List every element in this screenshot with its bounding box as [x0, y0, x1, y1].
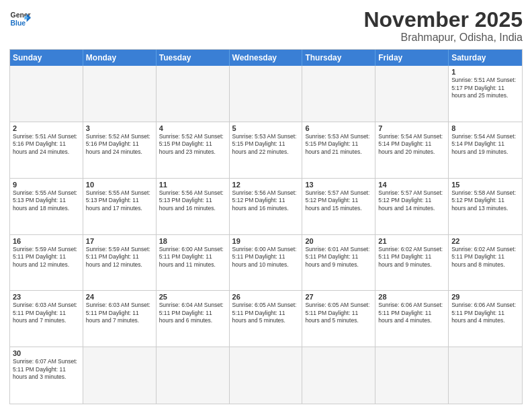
day-cell-11: 11Sunrise: 5:56 AM Sunset: 5:13 PM Dayli…: [157, 179, 230, 235]
svg-text:Blue: Blue: [11, 19, 26, 27]
cell-info: Sunrise: 5:51 AM Sunset: 5:17 PM Dayligh…: [451, 77, 519, 99]
day-cell-16: 16Sunrise: 5:59 AM Sunset: 5:11 PM Dayli…: [10, 235, 83, 291]
cell-date: 21: [378, 237, 445, 245]
day-cell-21: 21Sunrise: 6:02 AM Sunset: 5:11 PM Dayli…: [375, 235, 449, 291]
cell-info: Sunrise: 5:57 AM Sunset: 5:12 PM Dayligh…: [305, 189, 372, 212]
empty-cell: [10, 66, 83, 122]
day-cell-9: 9Sunrise: 5:55 AM Sunset: 5:13 PM Daylig…: [10, 179, 83, 235]
logo-icon: General Blue: [9, 8, 31, 30]
calendar: SundayMondayTuesdayWednesdayThursdayFrid…: [9, 49, 523, 404]
cell-info: Sunrise: 5:52 AM Sunset: 5:15 PM Dayligh…: [159, 133, 226, 156]
day-cell-14: 14Sunrise: 5:57 AM Sunset: 5:12 PM Dayli…: [375, 179, 449, 235]
day-header-monday: Monday: [83, 50, 157, 66]
day-cell-7: 7Sunrise: 5:54 AM Sunset: 5:14 PM Daylig…: [375, 122, 449, 179]
empty-cell: [375, 66, 449, 122]
day-cell-1: 1Sunrise: 5:51 AM Sunset: 5:17 PM Daylig…: [449, 66, 522, 122]
cell-info: Sunrise: 6:06 AM Sunset: 5:11 PM Dayligh…: [451, 302, 519, 324]
cell-date: 28: [378, 293, 445, 301]
calendar-grid: 1Sunrise: 5:51 AM Sunset: 5:17 PM Daylig…: [10, 66, 522, 404]
cell-date: 13: [305, 181, 372, 189]
day-cell-6: 6Sunrise: 5:53 AM Sunset: 5:15 PM Daylig…: [302, 122, 375, 179]
day-header-thursday: Thursday: [302, 50, 375, 66]
day-cell-13: 13Sunrise: 5:57 AM Sunset: 5:12 PM Dayli…: [302, 179, 375, 235]
cell-info: Sunrise: 6:01 AM Sunset: 5:11 PM Dayligh…: [305, 246, 372, 269]
day-cell-29: 29Sunrise: 6:06 AM Sunset: 5:11 PM Dayli…: [449, 291, 522, 347]
cell-date: 25: [159, 293, 226, 301]
day-header-sunday: Sunday: [10, 50, 83, 66]
day-header-wednesday: Wednesday: [230, 50, 303, 66]
empty-cell: [83, 347, 157, 404]
cell-info: Sunrise: 6:06 AM Sunset: 5:11 PM Dayligh…: [378, 302, 445, 324]
empty-cell: [302, 347, 375, 404]
cell-info: Sunrise: 6:02 AM Sunset: 5:11 PM Dayligh…: [451, 246, 519, 269]
cell-info: Sunrise: 5:55 AM Sunset: 5:13 PM Dayligh…: [13, 189, 80, 212]
cell-info: Sunrise: 6:07 AM Sunset: 5:11 PM Dayligh…: [13, 358, 80, 381]
location-title: Brahmapur, Odisha, India: [363, 32, 523, 44]
day-cell-23: 23Sunrise: 6:03 AM Sunset: 5:11 PM Dayli…: [10, 291, 83, 347]
cell-date: 27: [305, 293, 372, 301]
cell-date: 26: [232, 293, 300, 301]
cell-date: 9: [13, 181, 80, 189]
page: General Blue November 2025 Brahmapur, Od…: [0, 0, 532, 411]
cell-info: Sunrise: 5:57 AM Sunset: 5:12 PM Dayligh…: [378, 189, 445, 212]
empty-cell: [157, 66, 230, 122]
cell-date: 17: [86, 237, 153, 245]
cell-date: 19: [232, 237, 300, 245]
cell-info: Sunrise: 5:53 AM Sunset: 5:15 PM Dayligh…: [305, 133, 372, 156]
day-cell-18: 18Sunrise: 6:00 AM Sunset: 5:11 PM Dayli…: [157, 235, 230, 291]
day-cell-27: 27Sunrise: 6:05 AM Sunset: 5:11 PM Dayli…: [302, 291, 375, 347]
cell-info: Sunrise: 5:51 AM Sunset: 5:16 PM Dayligh…: [13, 133, 80, 156]
day-cell-12: 12Sunrise: 5:56 AM Sunset: 5:12 PM Dayli…: [230, 179, 303, 235]
cell-info: Sunrise: 5:59 AM Sunset: 5:11 PM Dayligh…: [86, 246, 153, 269]
cell-date: 14: [378, 181, 445, 189]
day-cell-28: 28Sunrise: 6:06 AM Sunset: 5:11 PM Dayli…: [375, 291, 449, 347]
logo: General Blue: [9, 8, 31, 30]
cell-info: Sunrise: 6:00 AM Sunset: 5:11 PM Dayligh…: [232, 246, 300, 269]
cell-info: Sunrise: 5:54 AM Sunset: 5:14 PM Dayligh…: [451, 133, 519, 156]
day-cell-25: 25Sunrise: 6:04 AM Sunset: 5:11 PM Dayli…: [157, 291, 230, 347]
cell-date: 18: [159, 237, 226, 245]
cell-date: 1: [451, 68, 519, 76]
day-cell-4: 4Sunrise: 5:52 AM Sunset: 5:15 PM Daylig…: [157, 122, 230, 179]
cell-info: Sunrise: 6:05 AM Sunset: 5:11 PM Dayligh…: [232, 302, 300, 324]
cell-info: Sunrise: 5:52 AM Sunset: 5:16 PM Dayligh…: [86, 133, 153, 156]
day-cell-10: 10Sunrise: 5:55 AM Sunset: 5:13 PM Dayli…: [83, 179, 157, 235]
day-cell-26: 26Sunrise: 6:05 AM Sunset: 5:11 PM Dayli…: [230, 291, 303, 347]
empty-cell: [230, 347, 303, 404]
cell-date: 4: [159, 124, 226, 132]
day-cell-22: 22Sunrise: 6:02 AM Sunset: 5:11 PM Dayli…: [449, 235, 522, 291]
cell-date: 7: [378, 124, 445, 132]
cell-date: 12: [232, 181, 300, 189]
day-cell-30: 30Sunrise: 6:07 AM Sunset: 5:11 PM Dayli…: [10, 347, 83, 404]
day-headers: SundayMondayTuesdayWednesdayThursdayFrid…: [10, 50, 522, 66]
cell-date: 11: [159, 181, 226, 189]
day-cell-19: 19Sunrise: 6:00 AM Sunset: 5:11 PM Dayli…: [230, 235, 303, 291]
cell-date: 5: [232, 124, 300, 132]
day-cell-5: 5Sunrise: 5:53 AM Sunset: 5:15 PM Daylig…: [230, 122, 303, 179]
day-header-saturday: Saturday: [449, 50, 522, 66]
cell-info: Sunrise: 6:03 AM Sunset: 5:11 PM Dayligh…: [86, 302, 153, 324]
empty-cell: [83, 66, 157, 122]
cell-date: 20: [305, 237, 372, 245]
day-cell-17: 17Sunrise: 5:59 AM Sunset: 5:11 PM Dayli…: [83, 235, 157, 291]
cell-date: 8: [451, 124, 519, 132]
cell-date: 24: [86, 293, 153, 301]
empty-cell: [375, 347, 449, 404]
cell-info: Sunrise: 5:54 AM Sunset: 5:14 PM Dayligh…: [378, 133, 445, 156]
cell-info: Sunrise: 5:56 AM Sunset: 5:12 PM Dayligh…: [232, 189, 300, 212]
empty-cell: [157, 347, 230, 404]
cell-info: Sunrise: 5:55 AM Sunset: 5:13 PM Dayligh…: [86, 189, 153, 212]
cell-date: 15: [451, 181, 519, 189]
cell-date: 6: [305, 124, 372, 132]
cell-info: Sunrise: 6:00 AM Sunset: 5:11 PM Dayligh…: [159, 246, 226, 269]
title-block: November 2025 Brahmapur, Odisha, India: [363, 8, 523, 44]
cell-date: 29: [451, 293, 519, 301]
cell-info: Sunrise: 6:04 AM Sunset: 5:11 PM Dayligh…: [159, 302, 226, 324]
day-cell-8: 8Sunrise: 5:54 AM Sunset: 5:14 PM Daylig…: [449, 122, 522, 179]
empty-cell: [230, 66, 303, 122]
empty-cell: [449, 347, 522, 404]
cell-date: 23: [13, 293, 80, 301]
day-header-tuesday: Tuesday: [157, 50, 230, 66]
cell-info: Sunrise: 5:59 AM Sunset: 5:11 PM Dayligh…: [13, 246, 80, 269]
header: General Blue November 2025 Brahmapur, Od…: [9, 8, 523, 44]
